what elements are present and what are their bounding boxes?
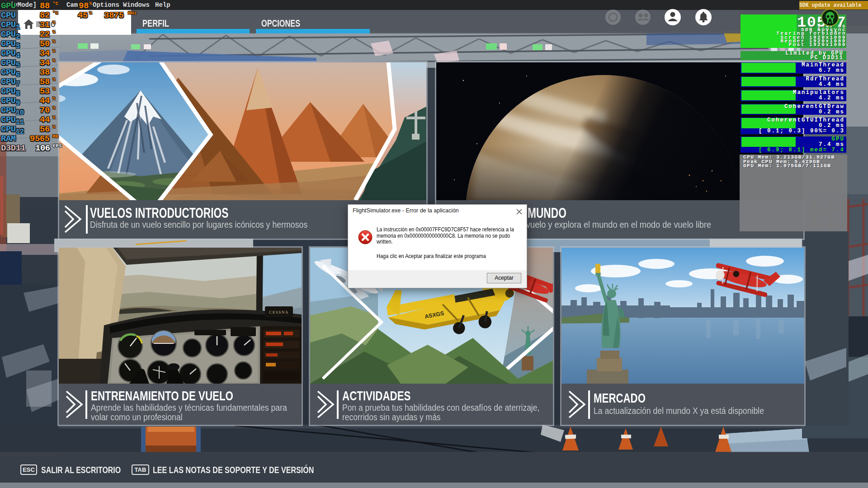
svg-text:CESSNA: CESSNA <box>269 310 289 314</box>
